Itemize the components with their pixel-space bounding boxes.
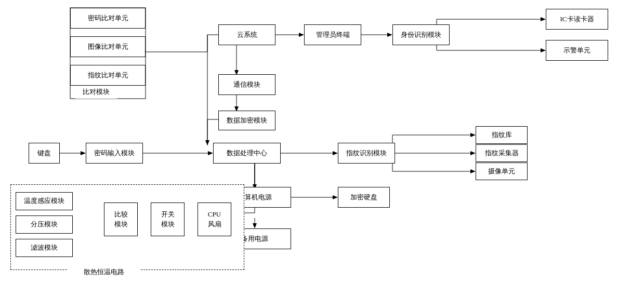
yun-xitong-box: 云系统 bbox=[218, 24, 275, 45]
kaiguan-mokuai-box: 开关 模块 bbox=[151, 202, 185, 236]
zhiwen-shibie-box: 指纹识别模块 bbox=[338, 143, 395, 164]
svg-marker-10 bbox=[541, 48, 546, 52]
zhiwen-bijiao-box: 指纹比对单元 bbox=[70, 65, 146, 86]
svg-marker-7 bbox=[541, 17, 546, 21]
image-bijiao-box: 图像比对单元 bbox=[70, 36, 146, 57]
wendu-mokuai-box: 温度感应模块 bbox=[16, 192, 73, 210]
mima-input-box: 密码输入模块 bbox=[86, 143, 143, 164]
svg-marker-36 bbox=[253, 223, 257, 228]
zhiwen-ku-box: 指纹库 bbox=[476, 126, 528, 144]
svg-marker-21 bbox=[333, 151, 338, 155]
svg-marker-17 bbox=[205, 140, 209, 145]
shexiang-danyuan-box: 摄像单元 bbox=[476, 163, 528, 180]
cpu-fengshan-box: CPU 风扇 bbox=[198, 202, 231, 236]
shijing-danyuan-box: 示警单元 bbox=[546, 40, 608, 61]
sare-label: 散热恒温电路 bbox=[68, 267, 140, 278]
shuju-chuli-box: 数据处理中心 bbox=[213, 143, 281, 164]
svg-marker-40 bbox=[208, 151, 213, 155]
svg-marker-24 bbox=[470, 133, 476, 137]
jiami-yingpan-box: 加密硬盘 bbox=[338, 187, 390, 208]
svg-marker-33 bbox=[333, 195, 338, 199]
mima-bijiao-box: 密码比对单元 bbox=[70, 8, 146, 29]
jianpan-box: 键盘 bbox=[29, 143, 60, 164]
bijiao-mokuai-box: 比较 模块 bbox=[104, 202, 138, 236]
ic-ka-box: IC卡读卡器 bbox=[546, 9, 608, 30]
lvbo-mokuai-box: 滤波模块 bbox=[16, 239, 73, 257]
zhiwen-caiji-box: 指纹采集器 bbox=[476, 144, 528, 162]
shuju-jiami-box: 数据加密模块 bbox=[218, 111, 275, 130]
shenfen-shibie-box: 身份识别模块 bbox=[392, 24, 450, 45]
fengya-mokuai-box: 分压模块 bbox=[16, 215, 73, 234]
svg-marker-26 bbox=[470, 151, 476, 155]
svg-marker-4 bbox=[387, 33, 392, 37]
bijiao-mokuai-label: 比对模块 bbox=[75, 87, 117, 99]
tongxin-mokuai-box: 通信模块 bbox=[218, 74, 275, 95]
svg-marker-29 bbox=[470, 169, 476, 173]
guanliyuan-zhongduan-box: 管理员终端 bbox=[304, 24, 361, 45]
diagram: 密码比对单元 图像比对单元 指纹比对单元 比对模块 云系统 通信模块 数据加密模… bbox=[0, 0, 644, 284]
svg-marker-2 bbox=[299, 33, 304, 37]
svg-marker-38 bbox=[81, 151, 86, 155]
